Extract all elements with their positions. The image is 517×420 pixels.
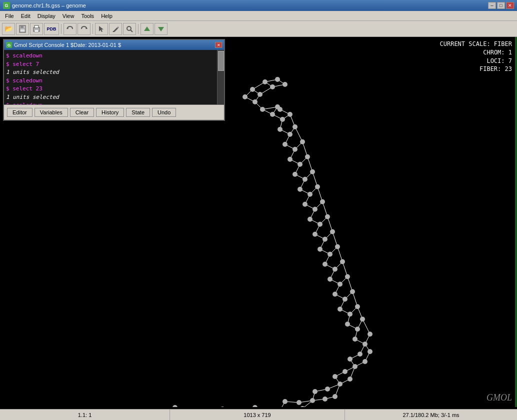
svg-point-191	[355, 327, 360, 332]
minimize-button[interactable]: –	[488, 2, 496, 9]
svg-point-202	[332, 374, 338, 379]
svg-point-172	[312, 232, 318, 237]
svg-point-165	[315, 184, 320, 189]
select-button[interactable]	[95, 23, 108, 35]
svg-point-149	[288, 112, 292, 117]
print-button[interactable]	[30, 23, 43, 35]
svg-point-143	[242, 94, 248, 99]
undo-button[interactable]	[64, 23, 76, 35]
console-line-3: 1 units selected	[6, 68, 222, 77]
svg-point-155	[292, 147, 298, 152]
svg-rect-4	[34, 25, 38, 28]
draw-button[interactable]	[109, 23, 122, 35]
status-memory: 27.1/180.2 Mb; 3/-1 ms	[345, 410, 517, 420]
undo-icon	[66, 25, 74, 33]
status-position: 1.1: 1	[0, 410, 170, 420]
svg-point-182	[338, 282, 342, 287]
svg-rect-1	[20, 25, 24, 28]
svg-point-187	[338, 307, 342, 312]
console-title-bar[interactable]: G Gmol Script Console 1 $Date: 2013-01-0…	[4, 40, 224, 50]
svg-point-153	[292, 124, 298, 129]
svg-point-147	[270, 112, 275, 117]
title-bar-controls: – □ ✕	[488, 2, 514, 9]
maximize-button[interactable]: □	[497, 2, 505, 9]
svg-line-37	[295, 127, 302, 142]
svg-point-205	[325, 387, 330, 392]
svg-point-164	[308, 192, 312, 197]
svg-point-148	[280, 117, 285, 122]
svg-point-184	[332, 292, 338, 297]
menu-help[interactable]: Help	[98, 12, 116, 19]
svg-point-139	[270, 84, 275, 89]
menu-display[interactable]: Display	[34, 12, 58, 19]
svg-point-190	[345, 322, 350, 327]
svg-point-233	[172, 405, 178, 407]
save-button[interactable]	[16, 23, 29, 35]
console-scrollbar[interactable]	[217, 50, 224, 104]
svg-point-144	[252, 99, 258, 104]
svg-point-145	[260, 107, 265, 112]
svg-point-168	[320, 199, 325, 204]
editor-button[interactable]: Editor	[7, 108, 32, 117]
console-title: Gmol Script Console 1 $Date: 2013-01-01 …	[14, 42, 121, 48]
console-line-7: $ scaledown	[6, 101, 222, 105]
svg-point-189	[355, 304, 360, 309]
up-icon	[143, 25, 151, 33]
menu-file[interactable]: File	[2, 12, 17, 19]
status-dimensions: 1013 x 719	[170, 410, 345, 420]
variables-button[interactable]: Variables	[34, 108, 68, 117]
menu-edit[interactable]: Edit	[18, 12, 34, 19]
svg-point-211	[282, 399, 288, 404]
gmol-watermark: GMOL	[486, 393, 512, 403]
redo-icon	[80, 25, 88, 33]
svg-point-203	[338, 382, 342, 387]
svg-point-150	[278, 107, 282, 112]
zoom-button[interactable]	[123, 23, 136, 35]
svg-marker-11	[158, 27, 164, 31]
svg-point-178	[322, 262, 328, 267]
hud-scale: CURRENT SCALE: FIBER	[440, 40, 512, 48]
svg-point-201	[342, 369, 348, 374]
up-button[interactable]	[140, 23, 154, 35]
svg-point-179	[332, 267, 338, 272]
console-scrollbar-thumb[interactable]	[218, 51, 224, 71]
pdb-button[interactable]: PDB	[44, 23, 59, 35]
svg-point-214	[300, 406, 305, 407]
app-icon: G	[3, 2, 10, 9]
title-bar: G genome.chr1.fs.gss – genome – □ ✕	[0, 0, 517, 11]
svg-point-177	[335, 244, 340, 249]
svg-point-198	[352, 364, 358, 369]
svg-point-159	[305, 154, 310, 159]
undo-console-button[interactable]: Undo	[152, 108, 176, 117]
down-button[interactable]	[154, 23, 168, 35]
svg-point-183	[345, 274, 350, 279]
status-bar: 1.1: 1 1013 x 719 27.1/180.2 Mb; 3/-1 ms	[0, 409, 517, 420]
state-button[interactable]: State	[126, 108, 150, 117]
svg-point-162	[310, 169, 315, 174]
svg-point-174	[330, 229, 335, 234]
down-icon	[157, 25, 165, 33]
script-console-dialog: G Gmol Script Console 1 $Date: 2013-01-0…	[3, 39, 225, 121]
toolbar-separator-3	[138, 24, 138, 34]
menu-bar: File Edit Display View Tools Help	[0, 11, 517, 21]
svg-point-141	[275, 77, 280, 82]
svg-point-173	[322, 237, 328, 242]
svg-point-8	[127, 26, 131, 30]
svg-point-175	[318, 247, 322, 252]
console-app-icon: G	[6, 42, 12, 48]
menu-view[interactable]: View	[60, 12, 78, 19]
svg-marker-10	[144, 26, 150, 31]
open-button[interactable]: 📂	[2, 23, 15, 35]
clear-button[interactable]: Clear	[70, 108, 94, 117]
hud-fiber: FIBER: 23	[440, 65, 512, 73]
console-output-area[interactable]: $ scaledown $ select 7 1 units selected …	[4, 50, 224, 105]
console-close-button[interactable]: ✕	[215, 42, 222, 48]
redo-button[interactable]	[78, 23, 90, 35]
svg-point-158	[298, 162, 302, 167]
svg-point-221	[220, 407, 225, 407]
history-button[interactable]: History	[96, 108, 124, 117]
close-button[interactable]: ✕	[506, 2, 514, 9]
svg-rect-5	[34, 30, 38, 32]
menu-tools[interactable]: Tools	[78, 12, 97, 19]
svg-point-216	[252, 405, 258, 407]
